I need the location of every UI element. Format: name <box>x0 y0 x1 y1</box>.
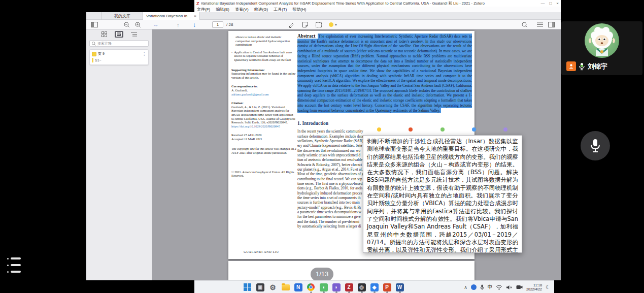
menu-item[interactable]: 文件(F) <box>197 7 210 12</box>
citation-heading: Citation: <box>231 101 296 105</box>
participant-name: 刘锦宇 <box>588 62 607 71</box>
notepad-app[interactable]: N <box>294 282 302 292</box>
highlight-color-dot[interactable] <box>409 127 413 132</box>
microphone-icon <box>590 139 601 153</box>
tray-chevron-icon[interactable]: ∧ <box>464 285 467 290</box>
clock[interactable]: 11:18 2022/4/22 <box>526 283 542 291</box>
thumbnails-tab-icon[interactable] <box>100 31 109 38</box>
fit-width-icon[interactable]: ↔ <box>153 20 158 29</box>
chrome-browser[interactable] <box>307 282 315 292</box>
minimize-button[interactable]: — <box>540 1 545 6</box>
annotations-tab-icon[interactable] <box>115 31 123 38</box>
menu-item[interactable]: 前进(G) <box>254 7 268 12</box>
note-tool-icon[interactable] <box>302 20 308 29</box>
annotation-search-input[interactable]: 搜索注释 <box>89 40 149 47</box>
dark-camera-app[interactable]: ◎ <box>357 282 366 292</box>
maximize-button[interactable]: □ <box>549 1 552 6</box>
participant-list-toggle[interactable] <box>7 256 26 274</box>
tray-mic-icon[interactable] <box>480 284 484 290</box>
highlight-color-dot[interactable] <box>377 127 381 132</box>
highlight-color-dot[interactable] <box>472 127 476 132</box>
introduction-heading: 1. Introduction <box>297 121 472 126</box>
abstract-text-selected: The exploitation of ever increasing Inte… <box>297 34 472 113</box>
accepted-date: Accepted 12 MAR 2021 <box>231 137 296 141</box>
keypoint-2: Application to Central San Andreas fault… <box>234 50 296 62</box>
highlighter-tool-icon[interactable] <box>288 20 294 29</box>
highlight-color-swatch <box>329 22 333 27</box>
search-placeholder: 搜索注释 <box>97 41 112 46</box>
mic-button[interactable] <box>581 131 610 160</box>
pdf-toolbar: ↔ ↑ ↓ 1 / 28 ▼ <box>86 20 561 29</box>
clock-time: 11:18 <box>533 283 542 287</box>
participant-mic-icon <box>579 62 585 71</box>
annotation-card[interactable]: 页 9 ⋮ S1~ <box>89 49 149 65</box>
supporting-info-heading: Supporting Information: <box>231 68 296 72</box>
page-down-icon[interactable]: ↓ <box>193 20 196 29</box>
camera-in-use-icon[interactable] <box>516 285 523 289</box>
page-total-label: / 28 <box>226 20 233 29</box>
task-view-app[interactable]: ▣ <box>256 282 264 292</box>
tray-app-icon[interactable] <box>471 284 477 290</box>
selection-color-bar <box>363 127 522 132</box>
outline-tab-icon[interactable] <box>129 31 138 38</box>
participant-video-tile[interactable]: 刘锦宇 <box>561 21 642 75</box>
blue-meeting-app[interactable]: ◆ <box>370 282 379 292</box>
wechat-app[interactable]: ◖ <box>319 282 328 292</box>
wifi-icon[interactable] <box>496 285 502 290</box>
highlight-color-picker[interactable]: ▼ <box>329 20 337 29</box>
tab-bar: 我的文库 Variational Bayesian In... × <box>86 12 561 20</box>
settings-app[interactable]: ⚙ <box>268 282 277 292</box>
zotero-titlebar: Z Variational Bayesian Independent Compo… <box>194 0 561 7</box>
share-page-indicator: 1/13 <box>311 268 333 281</box>
volume-muted-icon[interactable] <box>506 285 513 290</box>
chevron-down-icon: ▼ <box>334 23 337 26</box>
tab-my-library[interactable]: 我的文库 <box>101 12 143 20</box>
view-options-icon[interactable] <box>537 20 543 29</box>
page-number-input[interactable]: 1 <box>212 21 223 28</box>
powerpoint-app[interactable]: P <box>383 282 391 292</box>
zoom-in-icon[interactable] <box>135 20 141 29</box>
translation-popup[interactable]: 剥削不断增加的干涉性合成孔径雷达（Insar）数据集以监测地球表面变形是当今大地… <box>363 135 522 253</box>
word-app[interactable]: W <box>395 282 404 292</box>
page-up-icon[interactable]: ↑ <box>177 20 180 29</box>
pdf-page-2 <box>228 261 474 280</box>
highlight-color-dot[interactable] <box>503 127 507 132</box>
focus-assist-icon[interactable]: ☾ <box>546 284 550 290</box>
correspondence-heading: Correspondence to: <box>231 84 296 88</box>
meeting-shared-screen: Z Variational Bayesian Independent Compo… <box>0 0 644 293</box>
presenter-badge-icon <box>566 61 576 71</box>
sidebar-toggle-icon[interactable] <box>91 20 98 29</box>
search-icon <box>92 42 96 46</box>
received-date: Received 27 AUG 2020 <box>231 133 296 137</box>
keypoint-continuation: allows to isolate elastic and inelastic … <box>231 35 296 47</box>
zotero-logo-icon: Z <box>196 1 199 6</box>
menu-bar: 文件(F)编辑(E)查看(V)前进(G)工具(T)帮助(H) <box>194 7 561 12</box>
file-explorer[interactable] <box>281 282 290 292</box>
ime-indicator[interactable]: 中 <box>488 284 492 290</box>
close-button[interactable]: × <box>556 1 559 6</box>
area-select-tool-icon[interactable] <box>316 20 322 29</box>
tab-close-icon[interactable]: × <box>194 14 196 18</box>
annotation-quote: S1~ <box>92 58 146 62</box>
avatar <box>585 23 619 58</box>
correspondence-email-link[interactable]: adriano.gualandi@gmail.com <box>231 92 296 96</box>
menu-item[interactable]: 查看(V) <box>235 7 249 12</box>
citation-doi-link[interactable]: https://doi.org/10.1029/2020JB020845 <box>231 124 280 128</box>
supporting-info-body: Supporting information may be found in t… <box>231 72 296 79</box>
menu-item[interactable]: 编辑(E) <box>216 7 229 12</box>
start-button[interactable] <box>243 282 252 292</box>
menu-item[interactable]: 工具(T) <box>274 7 287 12</box>
zoom-out-icon[interactable] <box>124 20 130 29</box>
tab-document[interactable]: Variational Bayesian In... × <box>143 12 200 20</box>
highlight-color-dot[interactable] <box>440 127 445 132</box>
zotero-app[interactable]: Z <box>345 282 353 292</box>
abstract-label: Abstract <box>297 34 315 39</box>
system-tray: ∧ 中 11:18 <box>464 281 550 293</box>
search-icon[interactable] <box>522 20 528 29</box>
purple-app[interactable]: ◗ <box>332 282 341 292</box>
window-title: Variational Bayesian Independent Compone… <box>201 1 539 6</box>
translation-text: 剥削不断增加的干涉性合成孔径雷达（Insar）数据集以监测地球表面变形是当今大地… <box>367 138 518 253</box>
kebab-menu-icon[interactable]: ⋮ <box>142 52 146 56</box>
menu-item[interactable]: 帮助(H) <box>292 7 306 12</box>
right-panel-toggle-icon[interactable] <box>548 20 555 29</box>
